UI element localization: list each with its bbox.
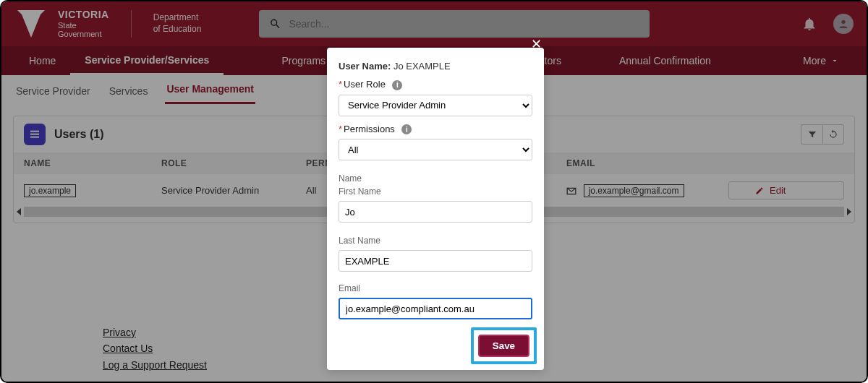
email-field[interactable] — [339, 298, 532, 319]
user-role-select[interactable]: Service Provider Admin — [339, 95, 532, 116]
tab-more[interactable]: More — [788, 46, 854, 75]
tab-confirmation[interactable]: Annual Confirmation — [605, 46, 726, 75]
user-name-label: User Name: — [339, 61, 391, 72]
refresh-button[interactable] — [822, 124, 844, 145]
footer-contact[interactable]: Contact Us — [103, 340, 207, 356]
save-highlight: Save — [471, 327, 537, 364]
footer-support[interactable]: Log a Support Request — [103, 357, 207, 373]
first-name-field[interactable] — [339, 201, 532, 223]
brand-subtitle: State Government — [58, 21, 109, 38]
svg-rect-2 — [30, 134, 39, 135]
cell-role: Service Provider Admin — [161, 185, 306, 196]
tab-home[interactable]: Home — [14, 46, 70, 75]
department-name: Department of Education — [153, 12, 202, 35]
users-card-title: Users (1) — [54, 128, 103, 141]
col-email: EMAIL — [566, 158, 728, 168]
brand-logo: VICTORIA State Government Department of … — [14, 7, 201, 40]
pencil-icon — [755, 186, 764, 195]
cell-name: jo.example — [24, 184, 76, 197]
global-header: VICTORIA State Government Department of … — [1, 1, 867, 46]
first-name-label: First Name — [339, 186, 532, 197]
svg-rect-3 — [30, 137, 39, 138]
email-label: Email — [339, 283, 532, 293]
svg-point-0 — [841, 20, 845, 24]
permissions-label: Permissions — [344, 124, 395, 134]
footer-privacy[interactable]: Privacy — [103, 324, 207, 340]
permissions-select[interactable]: All — [339, 139, 532, 160]
info-icon[interactable]: i — [401, 124, 412, 134]
email-icon — [566, 187, 576, 195]
edit-user-modal: ✕ User Name: Jo EXAMPLE *User Role i Ser… — [327, 48, 544, 370]
footer-links: Privacy Contact Us Log a Support Request — [103, 324, 207, 373]
edit-button[interactable]: Edit — [728, 181, 844, 199]
last-name-label: Last Name — [339, 236, 532, 246]
subtab-services[interactable]: Services — [108, 78, 150, 104]
brand-title: VICTORIA — [58, 9, 109, 20]
last-name-field[interactable] — [339, 250, 532, 272]
list-icon — [24, 124, 46, 145]
vertical-divider — [131, 10, 132, 38]
global-search[interactable] — [259, 10, 650, 38]
tab-service-provider[interactable]: Service Provider/Services — [70, 46, 224, 75]
close-icon[interactable]: ✕ — [528, 36, 544, 52]
col-name: NAME — [24, 158, 161, 168]
victoria-shield-icon — [14, 7, 48, 40]
filter-button[interactable] — [801, 124, 822, 145]
name-section-label: Name — [339, 173, 532, 184]
subtab-service-provider[interactable]: Service Provider — [14, 78, 92, 104]
user-role-label: User Role — [344, 79, 386, 90]
user-name-value: Jo EXAMPLE — [393, 61, 451, 72]
svg-rect-1 — [30, 131, 39, 132]
cell-email: jo.example@gmail.com — [584, 184, 684, 197]
save-button[interactable]: Save — [478, 335, 529, 357]
search-icon — [269, 17, 281, 30]
notifications-icon[interactable] — [801, 16, 817, 32]
col-role: ROLE — [161, 158, 306, 168]
search-input[interactable] — [289, 18, 639, 30]
subtab-user-management[interactable]: User Management — [165, 76, 255, 104]
info-icon[interactable]: i — [392, 80, 402, 90]
user-avatar[interactable] — [833, 14, 854, 34]
chevron-down-icon — [830, 56, 839, 65]
